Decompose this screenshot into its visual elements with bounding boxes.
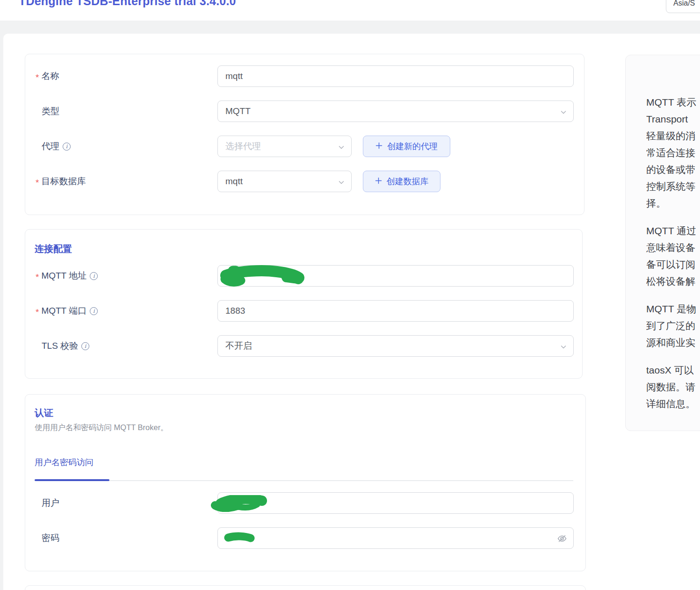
mqtt-address-input-wrap: [217, 265, 574, 287]
tab-divider: [35, 480, 573, 481]
mqtt-address-label-text: MQTT 地址: [41, 270, 87, 282]
auth-card: 认证 使用用户名和密码访问 MQTT Broker。 用户名密码访问 用户 密码: [25, 394, 586, 571]
mqtt-port-input-wrap: [217, 300, 574, 322]
password-input[interactable]: [217, 527, 574, 549]
help-line: Transport: [646, 111, 696, 128]
info-icon[interactable]: [63, 143, 71, 151]
create-database-button[interactable]: 创建数据库: [363, 171, 440, 192]
info-icon[interactable]: [90, 272, 98, 280]
help-line: 择。: [646, 195, 696, 212]
agent-select-placeholder: 选择代理: [225, 140, 261, 152]
database-label: 目标数据库: [36, 171, 86, 192]
help-paragraph: MQTT 是物 到了广泛的 源和商业实: [646, 301, 696, 351]
auth-section-title: 认证: [35, 407, 53, 419]
name-label-text: 名称: [41, 70, 59, 82]
type-label: 类型: [36, 101, 59, 122]
help-paragraph: taosX 可以 阅数据。请 详细信息。: [646, 362, 696, 412]
create-agent-button-label: 创建新的代理: [387, 141, 438, 152]
mqtt-datasource-page: TDengine TSDB-Enterprise trial 3.4.0.0 A…: [0, 0, 700, 590]
name-input[interactable]: [217, 65, 574, 87]
type-select[interactable]: MQTT: [217, 101, 574, 122]
help-panel: MQTT 表示 Transport 轻量级的消 常适合连接 的设备或带 控制系统…: [625, 55, 700, 431]
basic-info-card: 名称 类型 MQTT 代理 选择代理 创建新的代理: [25, 54, 585, 215]
user-label: 用户: [36, 492, 59, 514]
agent-label: 代理: [36, 136, 71, 157]
help-line: 控制系统等: [646, 178, 696, 195]
tls-select-value: 不开启: [225, 340, 252, 352]
type-label-text: 类型: [42, 105, 59, 117]
mqtt-port-label: MQTT 端口: [36, 300, 98, 322]
help-line: 备可以订阅: [646, 256, 696, 273]
help-line: MQTT 是物: [646, 301, 696, 317]
auth-subtitle: 使用用户名和密码访问 MQTT Broker。: [35, 423, 168, 433]
tab-active-indicator: [35, 479, 109, 481]
user-label-text: 用户: [42, 497, 59, 509]
plus-icon: [375, 177, 382, 187]
mqtt-address-input[interactable]: [217, 265, 574, 287]
timezone-value: Asia/S: [673, 0, 695, 7]
tls-label: TLS 校验: [36, 335, 89, 357]
connection-section-title: 连接配置: [35, 243, 72, 255]
password-input-wrap: [217, 527, 574, 549]
page-title: TDengine TSDB-Enterprise trial 3.4.0.0: [19, 0, 236, 8]
help-line: 详细信息。: [646, 396, 696, 412]
help-line: 阅数据。请: [646, 379, 696, 396]
name-label: 名称: [36, 65, 59, 87]
info-icon[interactable]: [90, 307, 98, 315]
password-label: 密码: [36, 527, 59, 549]
timezone-select[interactable]: Asia/S: [666, 0, 700, 13]
create-database-button-label: 创建数据库: [387, 176, 429, 187]
mqtt-address-label: MQTT 地址: [36, 265, 98, 287]
user-input-wrap: [217, 492, 574, 514]
connection-config-card: 连接配置 MQTT 地址 MQTT 端口 TLS 校验: [25, 229, 583, 379]
help-paragraph: MQTT 表示 Transport 轻量级的消 常适合连接 的设备或带 控制系统…: [646, 94, 696, 212]
plus-icon: [375, 142, 382, 151]
help-line: 到了广泛的: [646, 317, 696, 334]
info-icon[interactable]: [81, 342, 89, 350]
help-paragraph: MQTT 通过 意味着设备 备可以订阅 松将设备解: [646, 223, 696, 290]
chevron-down-icon: [338, 143, 345, 153]
tab-username-password[interactable]: 用户名密码访问: [35, 457, 94, 468]
help-line: 常适合连接: [646, 144, 696, 161]
help-line: 源和商业实: [646, 334, 696, 351]
help-line: 松将设备解: [646, 273, 696, 290]
next-section-card: [25, 585, 586, 590]
tls-select[interactable]: 不开启: [217, 335, 574, 357]
user-input[interactable]: [217, 492, 574, 514]
help-line: 轻量级的消: [646, 128, 696, 144]
database-select-value: mqtt: [225, 176, 243, 187]
database-select[interactable]: mqtt: [217, 171, 352, 192]
password-label-text: 密码: [42, 532, 59, 544]
database-label-text: 目标数据库: [41, 175, 86, 187]
help-line: taosX 可以: [646, 362, 696, 379]
help-text: MQTT 表示 Transport 轻量级的消 常适合连接 的设备或带 控制系统…: [646, 94, 696, 423]
help-line: MQTT 通过: [646, 223, 696, 239]
agent-label-text: 代理: [42, 140, 59, 152]
mqtt-port-input[interactable]: [217, 300, 574, 322]
help-line: MQTT 表示: [646, 94, 696, 111]
eye-off-icon: [556, 533, 568, 544]
help-line: 的设备或带: [646, 161, 696, 178]
create-agent-button[interactable]: 创建新的代理: [363, 136, 450, 157]
name-input-wrap: [217, 65, 574, 87]
tls-label-text: TLS 校验: [42, 340, 78, 352]
agent-select[interactable]: 选择代理: [217, 136, 352, 157]
password-visibility-toggle[interactable]: [556, 532, 568, 545]
chevron-down-icon: [560, 343, 567, 353]
type-select-value: MQTT: [225, 106, 251, 116]
help-line: 意味着设备: [646, 239, 696, 256]
chevron-down-icon: [560, 108, 567, 118]
chevron-down-icon: [338, 178, 345, 188]
mqtt-port-label-text: MQTT 端口: [41, 305, 87, 317]
